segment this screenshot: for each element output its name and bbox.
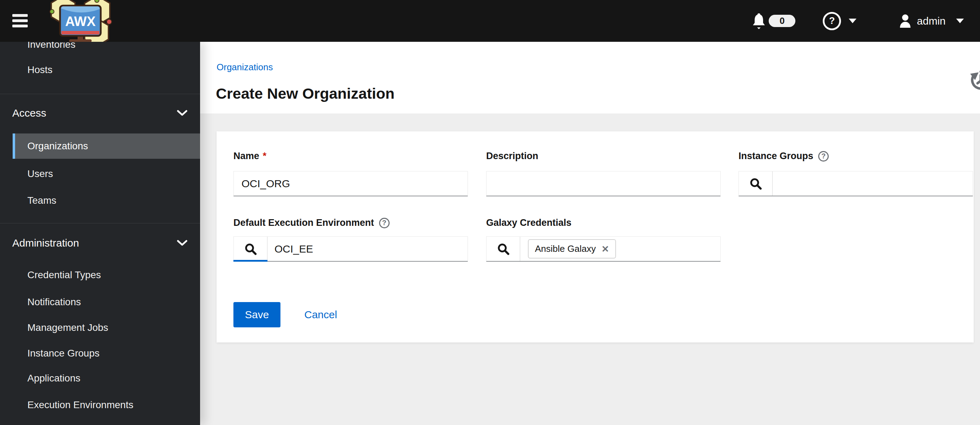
default-ee-lookup [234, 236, 468, 262]
sidebar-item-notifications[interactable]: Notifications [0, 289, 200, 315]
sidebar-item-label: Notifications [27, 296, 81, 308]
form-actions: Save Cancel [234, 302, 337, 328]
instance-groups-input[interactable] [773, 171, 973, 196]
sidebar-item-users[interactable]: Users [0, 161, 200, 187]
sidebar-item-execution-environments[interactable]: Execution Environments [0, 392, 200, 418]
sidebar-group-label: Administration [12, 237, 79, 249]
awx-logo-graphic: AWX [44, 0, 114, 42]
hamburger-icon [12, 14, 28, 17]
sidebar-item-label: Hosts [27, 64, 52, 75]
chevron-down-icon [177, 110, 188, 117]
default-ee-search-button[interactable] [234, 237, 267, 261]
notifications-button[interactable]: 0 [750, 13, 797, 29]
breadcrumb: Organizations [216, 62, 273, 73]
sidebar-item-label: Execution Environments [27, 399, 134, 411]
search-icon [244, 243, 257, 256]
search-icon [749, 177, 762, 190]
required-asterisk: * [263, 151, 267, 161]
brand-text: AWX [65, 14, 96, 29]
sidebar-item-management-jobs[interactable]: Management Jobs [0, 315, 200, 340]
history-button[interactable] [966, 69, 980, 89]
name-input[interactable] [234, 171, 468, 197]
username: admin [917, 15, 946, 27]
sidebar-item-label: Users [27, 168, 53, 179]
sidebar-nav: Inventories Hosts Access Organizations U… [0, 42, 200, 425]
history-icon [969, 69, 980, 90]
masthead-right: 0 ? admin [750, 0, 980, 42]
nav-toggle-button[interactable] [12, 14, 28, 28]
galaxy-credentials-field-label: Galaxy Credentials [486, 217, 721, 228]
sidebar-item-organizations[interactable]: Organizations [13, 133, 200, 159]
search-icon [497, 243, 510, 256]
help-popover-icon[interactable]: ? [379, 218, 390, 228]
sidebar-item-label: Management Jobs [27, 322, 108, 333]
awx-logo: AWX [44, 0, 114, 42]
sidebar-item-label: Credential Types [27, 269, 101, 281]
sidebar-item-label: Teams [27, 195, 56, 206]
default-ee-input[interactable] [267, 237, 468, 261]
sidebar-divider [0, 223, 200, 224]
instance-groups-lookup [738, 171, 973, 197]
user-menu-button[interactable]: admin [897, 13, 966, 29]
page-title: Create New Organization [216, 85, 395, 102]
chip-label: Ansible Galaxy [535, 243, 596, 254]
sidebar-item-applications[interactable]: Applications [0, 366, 200, 391]
sidebar-group-label: Access [12, 107, 46, 119]
sidebar-group-administration[interactable]: Administration [0, 230, 200, 256]
bell-icon [752, 13, 766, 29]
awx-app: AWX 0 ? admin [0, 0, 980, 425]
user-icon [899, 14, 911, 29]
breadcrumb-link-organizations[interactable]: Organizations [216, 62, 273, 72]
cancel-button[interactable]: Cancel [304, 309, 337, 321]
galaxy-credentials-search-button[interactable] [487, 237, 520, 261]
chevron-down-icon [849, 19, 856, 23]
description-field-label: Description [486, 151, 721, 161]
instance-groups-search-button[interactable] [739, 171, 773, 196]
name-field-label: Name * [234, 151, 468, 161]
sidebar-item-credential-types[interactable]: Credential Types [0, 262, 200, 288]
default-ee-field-label: Default Execution Environment ? [234, 217, 468, 228]
help-popover-icon[interactable]: ? [818, 151, 829, 161]
sidebar-item-label: Organizations [27, 141, 88, 152]
save-button[interactable]: Save [234, 302, 280, 328]
description-input[interactable] [486, 171, 721, 197]
sidebar-item-label: Instance Groups [27, 348, 99, 359]
chevron-down-icon [956, 19, 964, 23]
help-icon: ? [823, 12, 841, 30]
notifications-count-badge: 0 [769, 15, 795, 27]
sidebar-item-label: Applications [27, 373, 80, 384]
sidebar-item-instance-groups[interactable]: Instance Groups [0, 341, 200, 366]
sidebar-item-hosts[interactable]: Hosts [0, 57, 200, 83]
organization-form-card: Name * Description Instance Groups ? [216, 131, 974, 342]
chevron-down-icon [177, 240, 188, 246]
main-content: Name * Description Instance Groups ? [200, 113, 980, 425]
chip-close-icon[interactable]: ✕ [601, 244, 609, 254]
galaxy-credentials-lookup: Ansible Galaxy ✕ [486, 236, 721, 262]
sidebar-item-inventories[interactable]: Inventories [0, 42, 200, 57]
sidebar-item-teams[interactable]: Teams [0, 188, 200, 213]
sidebar-group-access[interactable]: Access [0, 101, 200, 126]
help-menu-button[interactable]: ? [821, 11, 859, 30]
instance-groups-field-label: Instance Groups ? [738, 151, 973, 161]
sidebar-item-label: Inventories [27, 42, 75, 50]
masthead: AWX 0 ? admin [0, 0, 980, 42]
credential-chip: Ansible Galaxy ✕ [528, 239, 616, 259]
sidebar-divider [0, 94, 200, 94]
page-header: Organizations Create New Organization [200, 42, 980, 113]
